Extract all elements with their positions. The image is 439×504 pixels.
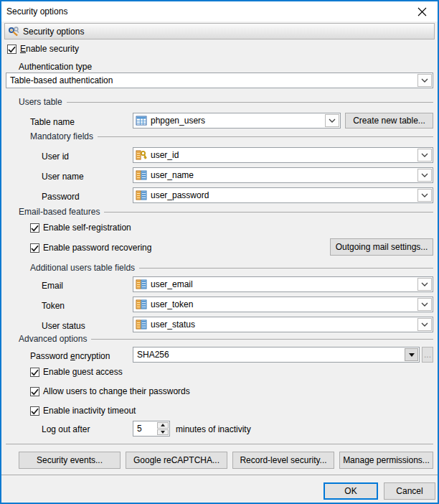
advanced-options-group-header: Advanced options xyxy=(19,334,433,344)
password-value: user_password xyxy=(149,190,417,200)
column-icon xyxy=(136,319,147,330)
enable-self-registration-checkbox[interactable]: Enable self-registration xyxy=(30,223,131,233)
minutes-of-inactivity-label: minutes of inactivity xyxy=(176,424,251,435)
security-keys-icon xyxy=(8,26,19,37)
logout-minutes-spinner[interactable]: 5 xyxy=(133,421,170,437)
logout-minutes-value[interactable]: 5 xyxy=(133,421,157,436)
enable-self-registration-label: Enable self-registration xyxy=(43,223,131,233)
google-recaptcha-button[interactable]: Google reCAPTCHA... xyxy=(126,452,227,469)
group-divider-line xyxy=(67,102,433,103)
chevron-down-icon[interactable] xyxy=(417,318,432,331)
column-icon xyxy=(136,169,147,181)
dropdown-arrow-icon[interactable] xyxy=(405,348,418,361)
column-icon xyxy=(136,190,147,201)
enable-password-recovering-label: Enable password recovering xyxy=(43,243,151,253)
chevron-down-icon[interactable] xyxy=(417,149,432,162)
password-encryption-combobox[interactable]: SHA256 xyxy=(133,347,420,363)
table-icon xyxy=(136,115,147,126)
allow-change-passwords-label: Allow users to change their passwords xyxy=(43,386,190,397)
enable-guest-access-label: Enable guest access xyxy=(43,367,123,378)
email-combobox[interactable]: user_email xyxy=(133,276,433,292)
checkbox-checked-icon[interactable] xyxy=(30,387,39,396)
user-name-value: user_name xyxy=(149,170,417,180)
user-id-label: User id xyxy=(42,151,69,162)
enable-inactivity-timeout-checkbox[interactable]: Enable inactivity timeout xyxy=(30,406,136,416)
checkbox-checked-icon[interactable] xyxy=(7,45,16,54)
user-status-combobox[interactable]: user_status xyxy=(133,317,433,332)
record-level-security-button[interactable]: Record-level security... xyxy=(232,452,334,469)
security-events-button[interactable]: Security events... xyxy=(19,452,121,469)
enable-security-label: Enable security xyxy=(20,44,79,55)
spinner-down-icon[interactable] xyxy=(157,429,169,436)
table-name-value: phpgen_users xyxy=(149,116,325,126)
email-label: Email xyxy=(42,281,63,291)
close-icon xyxy=(417,7,427,17)
allow-change-passwords-checkbox[interactable]: Allow users to change their passwords xyxy=(30,386,190,397)
log-out-after-label: Log out after xyxy=(42,424,90,435)
table-name-label: Table name xyxy=(30,117,75,128)
ok-button[interactable]: OK xyxy=(324,482,378,500)
outgoing-mail-settings-button[interactable]: Outgoing mail settings... xyxy=(330,238,433,256)
group-divider-line xyxy=(139,268,433,269)
chevron-down-icon[interactable] xyxy=(417,278,432,291)
password-encryption-label: Password encryption xyxy=(30,351,110,362)
additional-fields-group-header: Additional users table fields xyxy=(30,263,433,273)
enable-guest-access-checkbox[interactable]: Enable guest access xyxy=(30,367,123,378)
chevron-down-icon[interactable] xyxy=(417,189,432,202)
users-table-group-header: Users table xyxy=(19,97,433,107)
mandatory-fields-group-header: Mandatory fields xyxy=(30,131,433,141)
checkbox-checked-icon[interactable] xyxy=(30,223,39,233)
user-id-value: user_id xyxy=(149,150,417,160)
token-combobox[interactable]: user_token xyxy=(133,297,433,312)
authentication-type-label: Authentication type xyxy=(19,62,92,73)
user-name-label: User name xyxy=(42,172,84,182)
users-table-group-label: Users table xyxy=(19,97,67,107)
password-combobox[interactable]: user_password xyxy=(133,187,433,203)
dialog-banner: Security options xyxy=(4,23,435,39)
banner-title: Security options xyxy=(23,27,84,37)
checkbox-checked-icon[interactable] xyxy=(30,406,39,416)
user-status-value: user_status xyxy=(149,319,417,330)
manage-permissions-button[interactable]: Manage permissions... xyxy=(339,452,433,469)
group-divider-line xyxy=(91,339,433,340)
table-name-combobox[interactable]: phpgen_users xyxy=(133,113,341,129)
chevron-down-icon[interactable] xyxy=(417,169,432,182)
close-button[interactable] xyxy=(406,1,438,22)
cancel-button[interactable]: Cancel xyxy=(384,482,435,500)
footer-divider xyxy=(1,475,438,475)
email-features-group-header: Email-based features xyxy=(19,207,433,217)
titlebar: Security options xyxy=(1,1,438,22)
user-status-label: User status xyxy=(42,321,85,332)
authentication-type-value: Table-based authentication xyxy=(6,75,417,85)
enable-password-recovering-checkbox[interactable]: Enable password recovering xyxy=(30,243,151,253)
email-features-group-label: Email-based features xyxy=(19,207,104,217)
window-title: Security options xyxy=(1,6,67,17)
spinner-up-icon[interactable] xyxy=(157,422,169,429)
enable-security-checkbox[interactable]: Enable security xyxy=(7,44,79,55)
additional-fields-group-label: Additional users table fields xyxy=(30,263,139,273)
password-label: Password xyxy=(42,192,80,202)
checkbox-checked-icon[interactable] xyxy=(30,243,39,253)
divider xyxy=(6,444,433,444)
password-encryption-value: SHA256 xyxy=(133,350,405,360)
checkbox-checked-icon[interactable] xyxy=(30,368,39,377)
advanced-options-group-label: Advanced options xyxy=(19,334,91,344)
enable-inactivity-timeout-label: Enable inactivity timeout xyxy=(43,406,136,416)
column-icon xyxy=(136,279,147,290)
group-divider-line xyxy=(104,212,433,213)
mandatory-fields-group-label: Mandatory fields xyxy=(30,131,98,141)
user-name-combobox[interactable]: user_name xyxy=(133,167,433,183)
chevron-down-icon[interactable] xyxy=(325,114,339,127)
create-new-table-button[interactable]: Create new table... xyxy=(345,113,433,129)
user-id-combobox[interactable]: user_id xyxy=(133,147,433,163)
authentication-type-combobox[interactable]: Table-based authentication xyxy=(6,73,433,88)
security-options-dialog: Security options Security options Enable… xyxy=(0,0,439,504)
chevron-down-icon[interactable] xyxy=(417,74,432,87)
chevron-down-icon[interactable] xyxy=(417,298,432,311)
password-encryption-more-button[interactable]: ... xyxy=(422,347,433,363)
email-value: user_email xyxy=(149,279,417,289)
token-label: Token xyxy=(42,301,65,312)
column-icon xyxy=(136,299,147,310)
key-column-icon xyxy=(136,149,147,161)
group-divider-line xyxy=(98,136,433,137)
